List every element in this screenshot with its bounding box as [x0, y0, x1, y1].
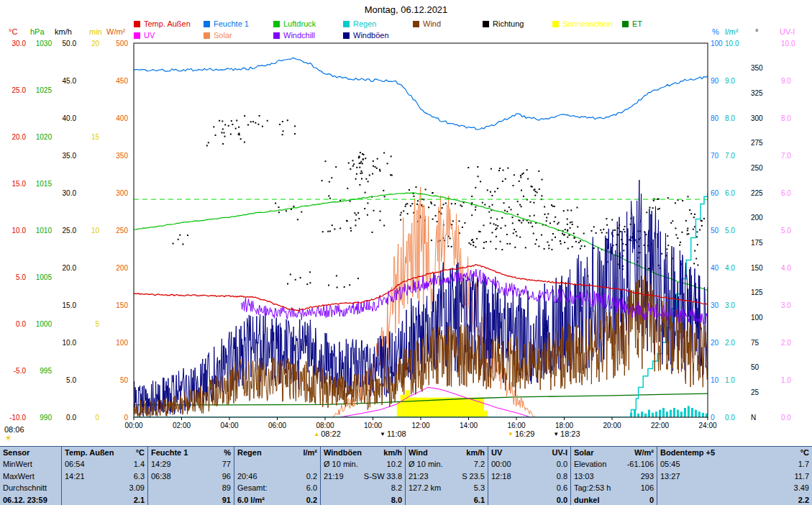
- cell-label: Elevation: [574, 458, 606, 470]
- table-cell-feuchte-1: 06:3896: [147, 470, 234, 482]
- table-cell-wind: Ø 10 min.7.2: [405, 458, 488, 470]
- table-cell-windb-en: 21:19S-SW 33.8: [320, 470, 405, 482]
- table-row-label: 06.12. 23:59: [0, 494, 61, 505]
- cell-value: 3.09: [129, 482, 145, 493]
- stats-table: SensorTemp. Außen°CFeuchte 1%Regenl/m²Wi…: [0, 446, 812, 505]
- legend-swatch-icon: [483, 21, 489, 27]
- axis-tick-hpa: 1010: [36, 227, 53, 235]
- marker-down-icon: ▼: [553, 430, 559, 438]
- table-cell-temp-au-en: Temp. Außen°C: [61, 447, 147, 458]
- axis-tick-min: 0: [95, 414, 99, 422]
- axis-tick-pct: 50: [711, 227, 719, 235]
- x-axis-tick: 12:00: [411, 422, 429, 429]
- axis-tick-lm2: 3.0: [725, 301, 735, 309]
- table-cell-temp-au-en: 06:541.4: [61, 458, 147, 470]
- cell-label: 12:18: [491, 470, 511, 482]
- table-cell-windb-en: Windböenkm/h: [320, 447, 405, 458]
- cell-label: UV: [491, 447, 502, 458]
- cell-label: 00:00: [491, 458, 511, 470]
- cell-label: Regen: [237, 447, 262, 458]
- x-axis-tick: 02:00: [173, 422, 191, 429]
- axis-tick-uvi: 6.0: [781, 189, 791, 197]
- table-cell-wind: Windkm/h: [405, 447, 488, 458]
- axis-tick-pct: 0: [711, 414, 715, 422]
- legend-item-sonnenschein: Sonnenschein: [552, 19, 622, 28]
- axis-tick-deg: 50: [751, 363, 759, 371]
- axis-tick-hpa: 990: [40, 414, 52, 422]
- table-cell-regen: 6.0 l/m²0.2: [234, 494, 320, 505]
- axis-tick-lm2: 8.0: [725, 114, 735, 122]
- axis-tick-pct: 30: [711, 301, 719, 309]
- axis-unit-deg: °: [755, 27, 758, 36]
- cell-value: 8.0: [391, 494, 402, 505]
- axis-unit-pct: %: [712, 27, 719, 36]
- axis-tick-deg: 350: [751, 64, 763, 72]
- cell-value: 96: [222, 470, 231, 482]
- axis-tick-lm2: 6.0: [725, 189, 735, 197]
- table-cell-uv: 0.6: [488, 482, 570, 493]
- cell-value: °C: [136, 447, 145, 458]
- x-axis-tick: 24:00: [698, 422, 716, 429]
- cell-label: Ø 10 min.: [409, 458, 443, 470]
- table-row-label: MaxWert: [0, 470, 61, 482]
- legend-item-uv: UV: [134, 31, 204, 40]
- cell-label: Bodentemp +5: [660, 447, 715, 458]
- table-cell-bodentemp-5: 13:2711.7: [657, 470, 812, 482]
- axis-tick-hpa: 1030: [36, 40, 53, 47]
- weather-chart-page: Montag, 06.12.2021 Temp. AußenFeuchte 1L…: [0, 0, 812, 505]
- axis-tick-min: 20: [91, 40, 100, 47]
- cell-value: 0.2: [306, 470, 317, 482]
- x-axis-tick: 10:00: [364, 422, 382, 429]
- table-row: 06.12. 23:592.1916.0 l/m²0.28.06.10.0dun…: [0, 494, 812, 505]
- axis-tick-wm2: 150: [116, 301, 128, 309]
- legend-swatch-icon: [204, 21, 210, 27]
- table-cell-wind: 127.2 km5.3: [405, 482, 488, 493]
- legend-row: UVSolarWindchillWindböen: [134, 29, 692, 41]
- axis-tick-kmh: 0.0: [66, 414, 76, 422]
- axis-tick-min: 10: [91, 227, 100, 235]
- table-cell-regen: 20:460.2: [234, 470, 320, 482]
- sun-moon-markers: ▲08:22▼11:08▼16:29▼18:23: [0, 429, 812, 440]
- table-cell-temp-au-en: 14:216.3: [61, 470, 147, 482]
- axis-tick-uvi: 8.0: [781, 114, 791, 122]
- cell-label: Ø 10 min.: [324, 458, 358, 470]
- cell-label: 13:03: [574, 470, 594, 482]
- table-cell-feuchte-1: 89: [147, 482, 234, 493]
- cell-value: °C: [800, 447, 809, 458]
- table-cell-uv: 0.0: [488, 494, 570, 505]
- axis-tick-temp: 25.0: [12, 86, 27, 94]
- cell-value: 0.8: [557, 470, 567, 482]
- table-cell-temp-au-en: 3.09: [61, 482, 147, 493]
- axis-tick-kmh: 40.0: [63, 114, 77, 122]
- cell-label: 21:23: [409, 470, 429, 482]
- axis-tick-deg: 175: [751, 239, 763, 247]
- axis-tick-deg: 325: [751, 89, 763, 97]
- legend-swatch-icon: [273, 21, 280, 27]
- cell-label: 06:54: [65, 458, 85, 470]
- cell-value: 0.0: [557, 494, 567, 505]
- table-row: SensorTemp. Außen°CFeuchte 1%Regenl/m²Wi…: [0, 447, 812, 458]
- x-axis-tick: 20:00: [603, 422, 621, 429]
- axis-tick-pct: 10: [711, 376, 719, 384]
- table-row: MinWert06:541.414:2977Ø 10 min.10.2Ø 10 …: [0, 458, 812, 470]
- cell-label: 06:38: [151, 470, 171, 482]
- axis-tick-wm2: 350: [116, 152, 128, 160]
- cell-value: 2.1: [134, 494, 145, 505]
- legend-item-richtung: Richtung: [483, 19, 552, 28]
- axis-unit-kmh: km/h: [55, 27, 72, 36]
- x-axis-tick: 08:00: [316, 422, 334, 429]
- cell-label: Wind: [409, 447, 428, 458]
- table-cell-regen: Regenl/m²: [234, 447, 320, 458]
- cell-value: 3.49: [794, 482, 809, 493]
- axis-tick-pct: 80: [711, 114, 719, 122]
- axis-tick-kmh: 25.0: [63, 227, 77, 235]
- cell-label: 14:29: [151, 458, 171, 470]
- axis-tick-lm2: 10.0: [725, 40, 739, 47]
- legend-label: Sonnenschein: [562, 19, 613, 28]
- axis-tick-hpa: 995: [40, 367, 52, 375]
- axis-tick-hpa: 1025: [36, 86, 53, 94]
- marker-time: 08:22: [321, 429, 341, 438]
- legend-swatch-icon: [273, 32, 280, 39]
- legend-row: Temp. AußenFeuchte 1LuftdruckRegenWindRi…: [134, 18, 692, 29]
- cell-label: 6.0 l/m²: [237, 494, 265, 505]
